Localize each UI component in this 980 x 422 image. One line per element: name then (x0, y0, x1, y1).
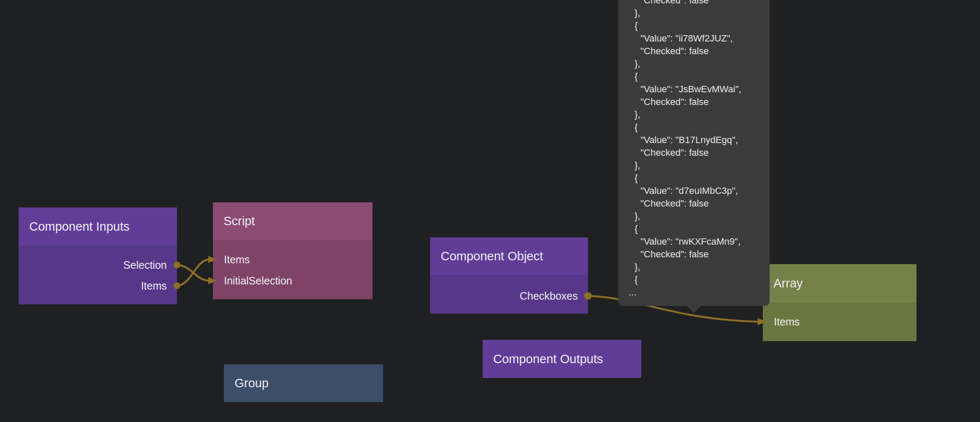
tooltip-json-line: }, (618, 108, 770, 121)
tooltip-json-line: "Value": "JsBwEvMWai", (618, 83, 770, 96)
tooltip-json-line: "Value": "ii78Wf2JUZ", (618, 32, 770, 45)
node-body: Items InitialSelection (213, 240, 373, 299)
port-label: Items (774, 316, 800, 328)
output-port-checkboxes[interactable]: Checkboxes (430, 290, 588, 302)
wire-items-to-items[interactable] (177, 259, 209, 286)
node-title: Component Object (430, 249, 543, 263)
tooltip-json-line: "Checked": false (618, 45, 770, 58)
tooltip-json-line: }, (618, 159, 770, 172)
tooltip-json-line: }, (618, 261, 770, 273)
node-component-outputs[interactable]: Component Outputs (483, 340, 641, 378)
tooltip-json-line: "Value": "rwKXFcaMn9", (618, 235, 770, 248)
node-title: Component Outputs (483, 352, 603, 366)
tooltip-json-line: { (618, 223, 770, 235)
node-array[interactable]: Array Items (763, 264, 917, 341)
node-graph-canvas[interactable]: Component Inputs Selection Items Script … (0, 0, 980, 422)
port-label: Selection (123, 259, 167, 271)
node-body: Selection Items (19, 245, 177, 304)
output-port-items[interactable]: Items (19, 279, 177, 292)
input-port-initialselection[interactable]: InitialSelection (213, 274, 373, 287)
node-script[interactable]: Script Items InitialSelection (213, 202, 373, 299)
tooltip-json-line: { (618, 70, 770, 83)
tooltip-json-line: "Value": "d7euIMbC3p", (618, 185, 770, 197)
input-port-items[interactable]: Items (763, 315, 917, 328)
tooltip-caret (686, 298, 702, 313)
port-label: Items (141, 280, 167, 292)
node-component-object[interactable]: Component Object Checkboxes (430, 237, 588, 314)
checkboxes-value-tooltip: "Checked": false},{"Value": "ii78Wf2JUZ"… (618, 0, 770, 306)
node-title: Script (213, 214, 255, 228)
tooltip-json-line: { (618, 273, 770, 286)
tooltip-json-line: { (618, 121, 770, 134)
tooltip-json-line: "Checked": false (618, 248, 770, 261)
node-header[interactable]: Array (763, 264, 917, 303)
tooltip-json-line: }, (618, 7, 770, 19)
node-group[interactable]: Group (224, 364, 383, 402)
tooltip-json-line: { (618, 19, 770, 32)
node-header[interactable]: Component Object (430, 237, 588, 275)
node-title: Group (224, 376, 269, 390)
tooltip-json-line: }, (618, 58, 770, 70)
output-port-selection[interactable]: Selection (19, 259, 177, 271)
tooltip-json-line: "Checked": false (618, 146, 770, 159)
tooltip-json-line: }, (618, 210, 770, 223)
tooltip-json-line: "Checked": false (618, 197, 770, 210)
tooltip-json-line: { (618, 172, 770, 185)
app-window: { "colors": { "background": "#1f2021", "… (0, 0, 980, 422)
node-header[interactable]: Script (213, 202, 373, 240)
wire-selection-to-initialselection[interactable] (177, 265, 209, 281)
port-label: InitialSelection (224, 275, 292, 287)
input-port-items[interactable]: Items (213, 253, 373, 266)
port-label: Items (224, 254, 250, 266)
tooltip-json-line: "Value": "B17LnydEgq", (618, 134, 770, 146)
node-body: Items (763, 303, 917, 341)
port-label: Checkboxes (519, 290, 578, 302)
node-header[interactable]: Component Inputs (19, 207, 177, 245)
tooltip-json-line: ... (618, 286, 770, 299)
node-body: Checkboxes (430, 275, 588, 314)
node-title: Component Inputs (19, 220, 130, 234)
tooltip-json-line: "Checked": false (618, 96, 770, 108)
tooltip-json-line: "Checked": false (618, 0, 770, 7)
node-component-inputs[interactable]: Component Inputs Selection Items (19, 207, 177, 304)
